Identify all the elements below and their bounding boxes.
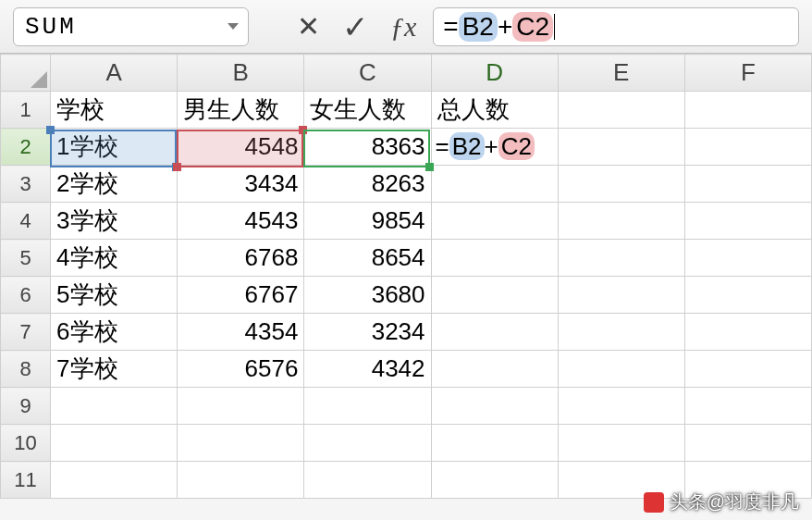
accept-icon[interactable]: ✓ [342,8,368,45]
row-header[interactable]: 11 [1,462,51,499]
cell[interactable]: 3434 [178,166,304,203]
cell[interactable] [684,388,811,425]
cell[interactable] [431,203,558,240]
cell[interactable] [684,351,811,388]
table-row: 6 5学校 6767 3680 [1,277,812,314]
cell[interactable] [558,277,684,314]
col-header-a[interactable]: A [51,55,178,92]
cell[interactable]: 总人数 [431,92,558,129]
cell[interactable] [684,92,811,129]
cell[interactable] [51,425,178,462]
cell[interactable] [178,425,304,462]
cell[interactable] [558,240,684,277]
cell[interactable]: 2学校 [51,166,178,203]
cell[interactable] [431,314,558,351]
cell[interactable] [684,277,811,314]
cell[interactable]: 男生人数 [178,92,304,129]
formula-bar: SUM ✕ ✓ ƒx = B2 + C2 [0,0,812,54]
cell[interactable] [304,388,431,425]
cell[interactable] [51,388,178,425]
cell[interactable]: 6学校 [51,314,178,351]
cell[interactable] [431,425,558,462]
cell[interactable]: 3学校 [51,203,178,240]
row-header[interactable]: 9 [1,388,51,425]
cell[interactable] [558,425,684,462]
cell[interactable] [304,462,431,499]
row-header[interactable]: 5 [1,240,51,277]
cell[interactable] [684,425,811,462]
cell[interactable] [51,462,178,499]
range-handle-icon[interactable] [299,126,307,134]
cell[interactable] [684,314,811,351]
cell[interactable] [431,388,558,425]
cell[interactable] [178,388,304,425]
cell[interactable] [431,166,558,203]
cell[interactable]: 8263 [304,166,431,203]
table-row: 1 学校 男生人数 女生人数 总人数 [1,92,812,129]
cell[interactable] [178,462,304,499]
cell[interactable] [431,462,558,499]
fill-handle-icon[interactable] [425,163,434,171]
row-header[interactable]: 3 [1,166,51,203]
formula-tools: ✕ ✓ ƒx [297,8,416,45]
cell[interactable] [558,351,684,388]
cell[interactable] [684,240,811,277]
row-header[interactable]: 1 [1,92,51,129]
cell[interactable]: 1学校 [51,129,178,166]
col-header-c[interactable]: C [304,55,431,92]
cell[interactable]: 6576 [178,351,304,388]
cell[interactable]: 4342 [304,351,431,388]
watermark-text: 头条@羽度非凡 [670,489,799,514]
cell[interactable]: 4学校 [51,240,178,277]
cell[interactable] [431,277,558,314]
formula-input[interactable]: = B2 + C2 [433,7,799,46]
cell[interactable] [558,388,684,425]
row-header[interactable]: 10 [1,425,51,462]
cell[interactable]: 9854 [304,203,431,240]
cell[interactable] [558,166,684,203]
editing-cell-d2[interactable]: =B2+C2 [431,129,558,166]
cell[interactable]: 7学校 [51,351,178,388]
cell[interactable] [431,351,558,388]
cell[interactable]: 6767 [178,277,304,314]
cell[interactable]: 4543 [178,203,304,240]
row-header[interactable]: 6 [1,277,51,314]
cell[interactable] [558,203,684,240]
cancel-icon[interactable]: ✕ [297,10,320,43]
col-header-e[interactable]: E [558,55,684,92]
cell[interactable]: 学校 [51,92,178,129]
cell[interactable]: 3234 [304,314,431,351]
spreadsheet-grid[interactable]: A B C D E F 1 学校 男生人数 女生人数 总人数 2 1学校 454… [0,54,812,499]
row-header[interactable]: 8 [1,351,51,388]
cell[interactable]: 4354 [178,314,304,351]
row-header[interactable]: 4 [1,203,51,240]
range-handle-icon[interactable] [46,126,55,134]
cell[interactable]: 5学校 [51,277,178,314]
row-header[interactable]: 2 [1,129,51,166]
range-handle-icon[interactable] [173,163,181,171]
cell[interactable]: 3680 [304,277,431,314]
name-box-dropdown-icon[interactable] [228,23,239,30]
cell[interactable] [558,129,684,166]
cell[interactable]: 4548 [178,129,304,166]
cell[interactable]: 8654 [304,240,431,277]
cell[interactable] [684,166,811,203]
cell[interactable]: 6768 [178,240,304,277]
select-all-corner[interactable] [1,55,51,92]
cell[interactable]: 女生人数 [304,92,431,129]
col-header-f[interactable]: F [684,55,811,92]
col-header-b[interactable]: B [178,55,304,92]
col-header-d[interactable]: D [431,55,558,92]
cell[interactable] [304,425,431,462]
cell[interactable] [684,203,811,240]
fx-icon[interactable]: ƒx [390,11,416,43]
row-header[interactable]: 7 [1,314,51,351]
name-box[interactable]: SUM [13,7,249,46]
text-caret [554,14,555,40]
cell[interactable] [558,92,684,129]
cell[interactable] [558,314,684,351]
table-row: 3 2学校 3434 8263 [1,166,812,203]
cell[interactable]: 8363 [304,129,431,166]
cell[interactable] [431,240,558,277]
cell[interactable] [684,129,811,166]
